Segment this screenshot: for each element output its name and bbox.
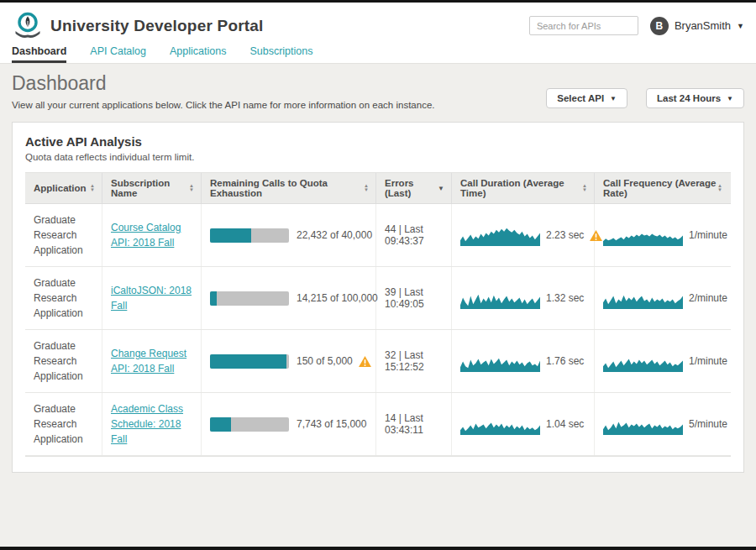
select-api-label: Select API xyxy=(557,93,604,103)
panel-title: Active API Analysis xyxy=(25,134,731,149)
sort-icon[interactable]: ▲▼ xyxy=(364,184,370,192)
search-input[interactable] xyxy=(529,16,638,35)
application-cell: Graduate Research Application xyxy=(25,330,102,392)
col-header-application: Application ▲▼ xyxy=(25,173,102,203)
quota-remaining-text: 150 of 5,000 xyxy=(297,355,353,367)
errors-cell: 32 | Last 15:12:52 xyxy=(376,330,452,392)
table-row: Graduate Research Application Change Req… xyxy=(25,330,731,393)
chevron-down-icon: ▼ xyxy=(737,22,744,30)
col-header-call-duration: Call Duration (Average Time) ▲▼ xyxy=(452,173,595,203)
call-frequency-value: 5/minute xyxy=(689,418,727,430)
subscription-link[interactable]: Academic Class Schedule: 2018 Fall xyxy=(111,401,196,447)
col-label: Application xyxy=(34,183,87,193)
call-duration-sparkline xyxy=(460,414,540,435)
call-duration-value: 2.23 sec xyxy=(546,229,584,241)
table-row: Graduate Research Application Course Cat… xyxy=(25,204,731,267)
avatar: B xyxy=(650,17,669,35)
call-duration-sparkline xyxy=(460,225,540,246)
page-title: Dashboard xyxy=(12,72,435,95)
quota-progress-bar xyxy=(210,354,289,369)
table-row: Graduate Research Application Academic C… xyxy=(25,393,731,456)
quota-remaining-text: 14,215 of 100,000 xyxy=(297,292,378,304)
sort-icon[interactable]: ▲▼ xyxy=(189,184,196,192)
page-header: Dashboard View all your current applicat… xyxy=(0,64,756,113)
call-frequency-value: 1/minute xyxy=(689,229,727,241)
col-label: Remaining Calls to Quota Exhaustion xyxy=(210,178,364,198)
sort-desc-icon[interactable]: ▼ xyxy=(438,185,446,192)
active-api-analysis-panel: Active API Analysis Quota data reflects … xyxy=(12,122,744,473)
select-api-button[interactable]: Select API ▼ xyxy=(546,88,627,108)
nav-applications[interactable]: Applications xyxy=(170,45,226,63)
quota-progress-fill xyxy=(210,354,286,369)
bottom-edge-strip xyxy=(0,547,756,550)
nav-subscriptions[interactable]: Subscriptions xyxy=(249,45,312,63)
col-label: Subscription Name xyxy=(111,178,189,198)
call-frequency-sparkline xyxy=(603,414,683,435)
sort-icon[interactable]: ▲▼ xyxy=(582,184,589,192)
errors-cell: 39 | Last 10:49:05 xyxy=(376,267,452,329)
col-header-subscription: Subscription Name ▲▼ xyxy=(102,173,202,203)
subscription-link[interactable]: Change Request API: 2018 Fall xyxy=(111,346,196,376)
table-header-row: Application ▲▼ Subscription Name ▲▼ Rema… xyxy=(25,173,731,204)
sort-icon[interactable]: ▲▼ xyxy=(90,184,97,192)
call-frequency-sparkline xyxy=(603,225,683,246)
call-duration-sparkline xyxy=(460,288,540,309)
errors-cell: 14 | Last 03:43:11 xyxy=(376,393,452,455)
quota-progress-fill xyxy=(210,228,251,243)
portal-title: University Developer Portal xyxy=(50,17,264,35)
application-cell: Graduate Research Application xyxy=(25,393,102,455)
api-table: Application ▲▼ Subscription Name ▲▼ Rema… xyxy=(25,172,731,457)
quota-remaining-text: 22,432 of 40,000 xyxy=(297,229,372,241)
subscription-link[interactable]: iCaltoJSON: 2018 Fall xyxy=(111,283,196,313)
quota-progress-fill xyxy=(210,291,217,306)
col-header-errors: Errors (Last) ▼ xyxy=(376,173,452,203)
call-frequency-value: 2/minute xyxy=(689,292,727,304)
warning-icon xyxy=(359,356,371,367)
sort-icon[interactable]: ▲▼ xyxy=(717,184,724,192)
col-label: Call Frequency (Average Rate) xyxy=(603,178,717,198)
chevron-down-icon: ▼ xyxy=(727,95,733,102)
application-cell: Graduate Research Application xyxy=(25,204,102,266)
application-cell: Graduate Research Application xyxy=(25,267,102,329)
quota-remaining-text: 7,743 of 15,000 xyxy=(297,418,366,430)
chevron-down-icon: ▼ xyxy=(610,95,617,102)
university-logo-icon xyxy=(12,10,44,42)
errors-cell: 44 | Last 09:43:37 xyxy=(376,204,452,266)
time-range-label: Last 24 Hours xyxy=(657,93,721,103)
col-label: Errors (Last) xyxy=(385,178,438,198)
top-edge-strip xyxy=(0,0,756,3)
app-window: University Developer Portal B BryanSmith… xyxy=(0,0,756,550)
col-label: Call Duration (Average Time) xyxy=(460,178,582,198)
quota-progress-bar xyxy=(210,291,289,306)
page-subtitle: View all your current applications below… xyxy=(12,100,435,110)
table-row: Graduate Research Application iCaltoJSON… xyxy=(25,267,731,330)
call-frequency-sparkline xyxy=(603,351,683,372)
panel-subtitle: Quota data reflects individual term limi… xyxy=(25,152,731,162)
call-duration-sparkline xyxy=(460,351,540,372)
call-frequency-sparkline xyxy=(603,288,683,309)
user-menu[interactable]: B BryanSmith ▼ xyxy=(650,17,744,35)
time-range-button[interactable]: Last 24 Hours ▼ xyxy=(646,88,744,108)
call-frequency-value: 1/minute xyxy=(689,355,727,367)
col-header-call-frequency: Call Frequency (Average Rate) ▲▼ xyxy=(595,173,729,203)
col-header-remaining-calls: Remaining Calls to Quota Exhaustion ▲▼ xyxy=(202,173,376,203)
nav-dashboard[interactable]: Dashboard xyxy=(12,45,66,63)
call-duration-value: 1.04 sec xyxy=(546,418,584,430)
quota-progress-fill xyxy=(210,417,231,432)
quota-progress-bar xyxy=(210,228,289,243)
nav-api-catalog[interactable]: API Catalog xyxy=(90,45,146,63)
call-duration-value: 1.32 sec xyxy=(546,292,584,304)
subscription-link[interactable]: Course Catalog API: 2018 Fall xyxy=(111,220,196,250)
header: University Developer Portal B BryanSmith… xyxy=(0,3,756,42)
quota-progress-bar xyxy=(210,417,289,432)
call-duration-value: 1.76 sec xyxy=(546,355,584,367)
main-nav: Dashboard API Catalog Applications Subsc… xyxy=(0,42,756,64)
username: BryanSmith xyxy=(675,19,731,32)
